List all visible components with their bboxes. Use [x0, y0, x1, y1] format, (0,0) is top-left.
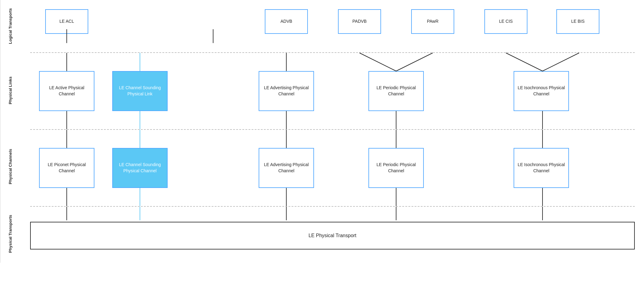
- node-padvb: PADVB: [338, 9, 381, 34]
- node-le-piconet-physical-channel: LE Piconet Physical Channel: [39, 148, 94, 188]
- section-physical-links: LE Active Physical Channel LE Channel So…: [30, 53, 635, 129]
- text-le-piconet: LE Piconet Physical Channel: [42, 162, 91, 174]
- col-le-bis: LE BIS: [543, 9, 613, 34]
- label-physical-links: Physical Links: [0, 52, 21, 129]
- col-le-adv-link: LE Advertising Physical Channel: [250, 71, 323, 111]
- col-le-cs-channel: LE Channel Sounding Physical Channel: [103, 148, 177, 188]
- text-le-cs-channel: LE Channel Sounding Physical Channel: [115, 162, 165, 174]
- node-le-bis: LE BIS: [556, 9, 599, 34]
- text-le-physical-transport: LE Physical Transport: [308, 233, 356, 238]
- col-le-piconet: LE Piconet Physical Channel: [30, 148, 103, 188]
- text-le-active: LE Active Physical Channel: [42, 85, 91, 97]
- node-le-cis: LE CIS: [484, 9, 527, 34]
- node-le-cs-physical-link: LE Channel Sounding Physical Link: [112, 71, 168, 111]
- diagram-container: Logical Transports Physical Links Physic…: [0, 0, 644, 291]
- text-le-cs-link: LE Channel Sounding Physical Link: [115, 85, 165, 97]
- section-physical-channels: LE Piconet Physical Channel LE Channel S…: [30, 130, 635, 206]
- col-le-adv-channel: LE Advertising Physical Channel: [250, 148, 323, 188]
- text-le-acl: LE ACL: [59, 18, 74, 25]
- node-advb: ADVB: [265, 9, 308, 34]
- node-le-advertising-physical-channel-link: LE Advertising Physical Channel: [259, 71, 314, 111]
- section-logical-transports: LE ACL ADVB PADVB: [30, 0, 635, 52]
- svg-line-9: [396, 53, 433, 71]
- text-le-isochronous-channel: LE Isochronous Physical Channel: [517, 162, 566, 174]
- text-le-adv-channel: LE Advertising Physical Channel: [262, 162, 311, 174]
- node-le-cs-physical-channel: LE Channel Sounding Physical Channel: [112, 148, 168, 188]
- col-advb: ADVB: [250, 9, 323, 34]
- col-le-periodic-channel: LE Periodic Physical Channel: [323, 148, 469, 188]
- col-le-isochronous-channel: LE Isochronous Physical Channel: [469, 148, 613, 188]
- row-labels: Logical Transports Physical Links Physic…: [0, 0, 21, 291]
- text-le-bis: LE BIS: [571, 18, 585, 25]
- col-le-cis: LE CIS: [469, 9, 543, 34]
- col-pawr: PAwR: [396, 9, 469, 34]
- col-le-periodic-link: LE Periodic Physical Channel: [323, 71, 469, 111]
- text-le-adv-link: LE Advertising Physical Channel: [262, 85, 311, 97]
- node-le-active-physical-channel: LE Active Physical Channel: [39, 71, 94, 111]
- label-physical-channels: Physical Channels: [0, 129, 21, 205]
- col-le-isochronous-link: LE Isochronous Physical Channel: [469, 71, 613, 111]
- col-padvb: PADVB: [323, 9, 396, 34]
- node-le-periodic-physical-channel-link: LE Periodic Physical Channel: [368, 71, 424, 111]
- text-pawr: PAwR: [427, 18, 439, 25]
- text-le-cis: LE CIS: [499, 18, 513, 25]
- transport-row: LE Physical Transport: [30, 207, 635, 265]
- svg-line-11: [506, 53, 543, 71]
- main-content: LE ACL ADVB PADVB: [21, 0, 644, 291]
- node-le-acl: LE ACL: [45, 9, 88, 34]
- text-advb: ADVB: [280, 18, 292, 25]
- text-le-isochronous-link: LE Isochronous Physical Channel: [517, 85, 566, 97]
- col-le-cs-link: LE Channel Sounding Physical Link: [103, 71, 177, 111]
- node-le-advertising-physical-channel: LE Advertising Physical Channel: [259, 148, 314, 188]
- node-le-isochronous-physical-channel-link: LE Isochronous Physical Channel: [514, 71, 569, 111]
- node-le-periodic-physical-channel: LE Periodic Physical Channel: [368, 148, 424, 188]
- col-le-active: LE Active Physical Channel: [30, 71, 103, 111]
- col-le-acl: LE ACL: [30, 9, 103, 34]
- node-le-physical-transport: LE Physical Transport: [30, 222, 635, 249]
- text-le-periodic-channel: LE Periodic Physical Channel: [372, 162, 421, 174]
- label-logical-transports: Logical Transports: [0, 0, 21, 52]
- section-physical-transports: LE Physical Transport: [30, 207, 635, 265]
- label-physical-transports: Physical Transports: [0, 205, 21, 263]
- svg-line-12: [543, 53, 579, 71]
- text-padvb: PADVB: [352, 18, 367, 25]
- text-le-periodic-link: LE Periodic Physical Channel: [372, 85, 421, 97]
- node-le-isochronous-physical-channel: LE Isochronous Physical Channel: [514, 148, 569, 188]
- svg-line-8: [360, 53, 396, 71]
- node-pawr: PAwR: [411, 9, 454, 34]
